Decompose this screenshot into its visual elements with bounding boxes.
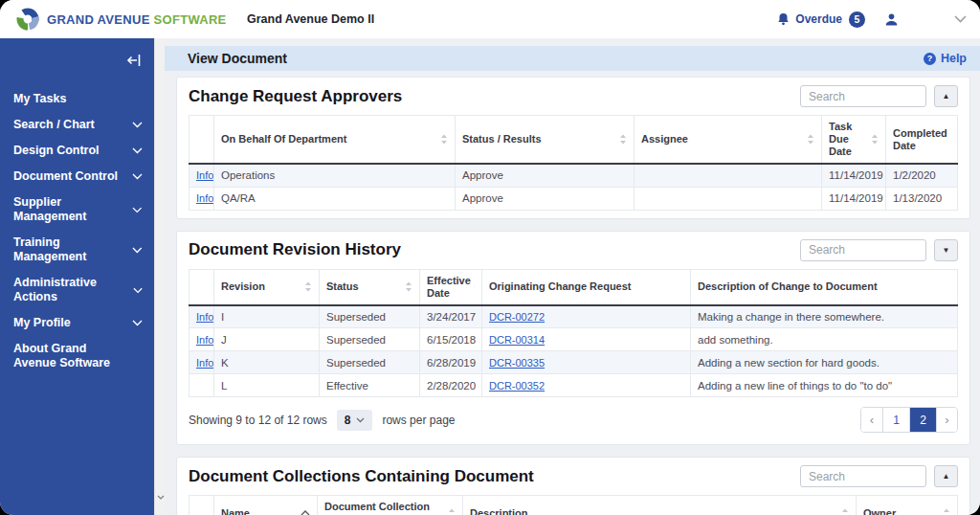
company-logo: GRAND AVENUE SOFTWARE — [15, 7, 227, 32]
sidebar-item-document-control[interactable]: Document Control — [0, 164, 154, 190]
chevron-down-icon — [356, 417, 365, 423]
info-cell: Info — [189, 351, 214, 374]
table-cell: 3/24/2017 — [420, 305, 482, 328]
info-link[interactable]: Info — [196, 357, 213, 369]
rows-per-page-label: rows per page — [382, 414, 455, 427]
column-header[interactable]: Description — [463, 496, 857, 515]
table-cell: DCR-00314 — [482, 328, 691, 351]
page-button-1[interactable]: 1 — [882, 408, 909, 432]
section-title: Document Revision History — [189, 240, 401, 259]
table-cell: 6/28/2019 — [420, 351, 482, 374]
sort-icon — [619, 134, 627, 145]
chevron-down-icon — [132, 247, 143, 254]
overdue-notifications[interactable]: Overdue 5 — [776, 11, 865, 28]
sort-icon — [807, 134, 814, 145]
column-header[interactable]: On Behalf Of Department — [214, 116, 456, 165]
column-header[interactable]: Assignee — [635, 116, 822, 165]
dcr-link[interactable]: DCR-00314 — [489, 334, 545, 346]
chevron-down-icon — [132, 173, 143, 180]
overdue-label: Overdue — [795, 12, 842, 26]
table-cell: Approve — [456, 187, 635, 210]
table-cell: Superseded — [320, 305, 420, 328]
column-header[interactable]: Owner — [857, 496, 958, 515]
column-header[interactable]: Status / Results — [456, 116, 635, 165]
column-header[interactable]: Revision — [214, 269, 320, 305]
page-title-bar: View Document ? Help — [165, 46, 980, 71]
user-account-button[interactable] — [884, 12, 899, 27]
sidebar-collapse-button[interactable] — [126, 54, 142, 71]
dcr-link[interactable]: DCR-00272 — [489, 311, 545, 323]
sidebar-item-administrative-actions[interactable]: Administrative Actions — [0, 270, 154, 310]
sidebar-item-my-tasks[interactable]: My Tasks — [0, 86, 154, 112]
chevron-down-icon — [132, 320, 143, 326]
table-row: InfoJSuperseded6/15/2018DCR-00314add som… — [189, 328, 958, 351]
pagination-summary: Showing 9 to 12 of 12 rows — [189, 414, 327, 427]
person-icon — [884, 12, 899, 27]
app-title: Grand Avenue Demo II — [247, 0, 374, 38]
section-change-request-approvers: Change Request Approvers ▲ On Behalf Of … — [176, 77, 970, 219]
sort-icon — [448, 508, 456, 515]
table-cell: Adding a new section for hard goods. — [691, 351, 958, 374]
app-window: GRAND AVENUE SOFTWARE Grand Avenue Demo … — [0, 0, 980, 515]
overdue-count-badge: 5 — [849, 11, 865, 28]
table-cell: I — [214, 305, 320, 328]
next-page-button[interactable]: › — [936, 408, 957, 432]
column-header[interactable]: Completed Date — [886, 116, 958, 165]
column-header-blank — [189, 116, 214, 165]
page-size-select[interactable]: 8 — [337, 410, 373, 431]
sort-icon — [474, 281, 475, 292]
chevron-down-icon — [132, 207, 143, 213]
sidebar-item-search-chart[interactable]: Search / Chart — [0, 112, 154, 138]
table-cell — [635, 187, 822, 210]
header-menu-toggle[interactable] — [954, 15, 967, 23]
sidebar-item-supplier-management[interactable]: Supplier Management — [0, 190, 154, 230]
info-link[interactable]: Info — [196, 192, 213, 204]
prev-page-button[interactable]: ‹ — [861, 408, 882, 432]
column-header[interactable]: Description of Change to Document — [691, 269, 958, 305]
column-header[interactable]: Task Due Date — [822, 116, 886, 165]
search-input[interactable] — [800, 85, 926, 107]
scrollbar-down-button[interactable] — [155, 490, 166, 504]
table-cell: 1/2/2020 — [886, 164, 958, 187]
table-cell: L — [214, 374, 320, 397]
table-row: LEffective2/28/2020DCR-00352Adding a new… — [189, 374, 958, 397]
dcr-link[interactable]: DCR-00352 — [489, 380, 545, 392]
sidebar-item-my-profile[interactable]: My Profile — [0, 310, 154, 336]
table-cell: Making a change in there somewhere. — [691, 305, 958, 328]
table-cell: J — [214, 328, 320, 351]
column-header[interactable]: Name — [214, 496, 318, 515]
section-collapse-button[interactable]: ▲ — [934, 465, 958, 487]
column-header-blank — [189, 269, 214, 305]
search-input[interactable] — [800, 239, 926, 261]
table-row: InfoISuperseded3/24/2017DCR-00272Making … — [189, 305, 958, 328]
info-link[interactable]: Info — [196, 169, 213, 181]
section-collapse-button[interactable]: ▲ — [934, 85, 958, 107]
sidebar-nav: My Tasks Search / Chart Design Control D… — [0, 38, 154, 515]
column-header[interactable]: Originating Change Request — [482, 269, 691, 305]
chevron-down-icon — [133, 287, 143, 294]
table-cell — [635, 164, 822, 187]
sidebar-scrollbar[interactable] — [154, 38, 165, 515]
chevron-down-icon — [132, 122, 143, 128]
info-link[interactable]: Info — [196, 311, 213, 323]
sidebar-item-design-control[interactable]: Design Control — [0, 138, 154, 164]
search-input[interactable] — [800, 465, 926, 487]
table-cell: Operations — [214, 164, 456, 187]
sidebar-item-about[interactable]: About Grand Avenue Software — [0, 336, 154, 376]
section-document-revision-history: Document Revision History ▼ Revision Sta… — [176, 231, 970, 446]
help-link[interactable]: ? Help — [924, 52, 967, 65]
column-header[interactable]: Effective Date — [420, 269, 482, 305]
table-cell: 11/14/2019 — [822, 187, 886, 210]
info-cell — [189, 374, 214, 397]
dcr-link[interactable]: DCR-00335 — [489, 357, 545, 369]
page-button-2[interactable]: 2 — [909, 408, 936, 432]
column-header[interactable]: Status — [320, 269, 420, 305]
info-cell: Info — [189, 305, 214, 328]
info-link[interactable]: Info — [196, 334, 213, 346]
section-collapse-button[interactable]: ▼ — [934, 239, 958, 261]
table-cell: 2/28/2020 — [420, 374, 482, 397]
column-header[interactable]: Document Collection Type — [318, 496, 463, 515]
table-cell: Adding a new line of things to do "to do… — [691, 374, 958, 397]
table-cell: Effective — [320, 374, 420, 397]
sidebar-item-training-management[interactable]: Training Management — [0, 230, 154, 270]
